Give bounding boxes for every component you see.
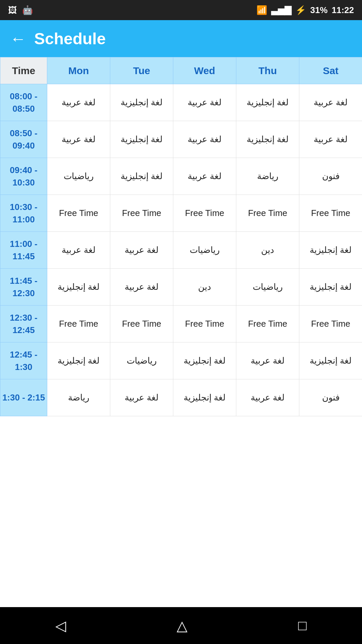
schedule-cell: رياضة <box>47 379 110 416</box>
schedule-cell: لغة عربية <box>173 84 236 121</box>
photo-icon: 🖼 <box>8 5 17 15</box>
schedule-cell: لغة إنجليزية <box>110 158 173 195</box>
time-cell: 10:30 - 11:00 <box>0 195 47 232</box>
status-left: 🖼 🤖 <box>8 5 33 15</box>
schedule-cell: لغة إنجليزية <box>299 269 362 306</box>
status-right: 📶 ▃▅▇ ⚡ 31% 11:22 <box>256 5 354 15</box>
schedule-cell: دين <box>236 232 299 269</box>
table-row: 12:45 - 1:30لغة إنجليزيةرياضياتلغة إنجلي… <box>0 342 362 379</box>
schedule-cell: لغة إنجليزية <box>173 342 236 379</box>
schedule-cell: لغة عربية <box>47 121 110 158</box>
time-cell: 08:50 - 09:40 <box>0 121 47 158</box>
schedule-cell: لغة إنجليزية <box>299 342 362 379</box>
status-bar: 🖼 🤖 📶 ▃▅▇ ⚡ 31% 11:22 <box>0 0 362 20</box>
home-nav-button[interactable]: △ <box>177 618 187 634</box>
table-row: 10:30 - 11:00Free TimeFree TimeFree Time… <box>0 195 362 232</box>
header-sat: Sat <box>299 57 362 84</box>
back-button[interactable]: ← <box>10 30 26 48</box>
schedule-cell: لغة إنجليزية <box>236 121 299 158</box>
time-cell: 11:45 - 12:30 <box>0 269 47 306</box>
table-row: 08:00 - 08:50لغة عربيةلغة إنجليزيةلغة عر… <box>0 84 362 121</box>
schedule-table: Time Mon Tue Wed Thu Sat 08:00 - 08:50لغ… <box>0 57 362 416</box>
schedule-cell: رياضيات <box>236 269 299 306</box>
time-cell: 11:00 - 11:45 <box>0 232 47 269</box>
schedule-cell: رياضيات <box>173 232 236 269</box>
schedule-cell: Free Time <box>173 195 236 232</box>
schedule-cell: Free Time <box>236 306 299 342</box>
clock: 11:22 <box>332 5 354 15</box>
schedule-cell: لغة إنجليزية <box>110 84 173 121</box>
recent-nav-button[interactable]: □ <box>298 618 307 634</box>
schedule-container: Time Mon Tue Wed Thu Sat 08:00 - 08:50لغ… <box>0 57 362 607</box>
schedule-cell: لغة عربية <box>47 232 110 269</box>
header-mon: Mon <box>47 57 110 84</box>
schedule-cell: Free Time <box>173 306 236 342</box>
time-cell: 1:30 - 2:15 <box>0 379 47 416</box>
table-header: Time Mon Tue Wed Thu Sat <box>0 57 362 84</box>
page-title: Schedule <box>34 30 106 48</box>
time-cell: 12:45 - 1:30 <box>0 342 47 379</box>
android-icon: 🤖 <box>22 5 33 15</box>
schedule-cell: لغة عربية <box>110 232 173 269</box>
table-row: 08:50 - 09:40لغة عربيةلغة إنجليزيةلغة عر… <box>0 121 362 158</box>
header-wed: Wed <box>173 57 236 84</box>
schedule-cell: رياضة <box>236 158 299 195</box>
schedule-cell: Free Time <box>299 306 362 342</box>
table-row: 12:30 - 12:45Free TimeFree TimeFree Time… <box>0 306 362 342</box>
schedule-cell: فنون <box>299 158 362 195</box>
schedule-cell: لغة عربية <box>173 121 236 158</box>
schedule-cell: رياضيات <box>47 158 110 195</box>
back-nav-button[interactable]: ◁ <box>55 618 66 634</box>
schedule-cell: لغة عربية <box>173 158 236 195</box>
header-thu: Thu <box>236 57 299 84</box>
schedule-cell: لغة إنجليزية <box>110 121 173 158</box>
schedule-cell: رياضيات <box>110 342 173 379</box>
table-row: 11:00 - 11:45لغة عربيةلغة عربيةرياضياتدي… <box>0 232 362 269</box>
schedule-cell: Free Time <box>110 195 173 232</box>
schedule-cell: Free Time <box>299 195 362 232</box>
schedule-cell: فنون <box>299 379 362 416</box>
battery-icon: ⚡ <box>295 5 306 15</box>
app-bar: ← Schedule <box>0 20 362 57</box>
signal-icon: ▃▅▇ <box>271 5 291 15</box>
schedule-cell: لغة عربية <box>299 84 362 121</box>
time-cell: 12:30 - 12:45 <box>0 306 47 342</box>
table-row: 09:40 - 10:30رياضياتلغة إنجليزيةلغة عربي… <box>0 158 362 195</box>
schedule-cell: Free Time <box>47 195 110 232</box>
table-row: 11:45 - 12:30لغة إنجليزيةلغة عربيةدينريا… <box>0 269 362 306</box>
schedule-cell: لغة إنجليزية <box>236 84 299 121</box>
schedule-cell: لغة إنجليزية <box>47 269 110 306</box>
battery-percent: 31% <box>310 5 327 15</box>
time-cell: 09:40 - 10:30 <box>0 158 47 195</box>
bottom-nav: ◁ △ □ <box>0 607 362 644</box>
wifi-icon: 📶 <box>256 5 267 15</box>
schedule-cell: لغة عربية <box>110 379 173 416</box>
schedule-cell: لغة عربية <box>47 84 110 121</box>
schedule-cell: دين <box>173 269 236 306</box>
schedule-cell: Free Time <box>236 195 299 232</box>
schedule-cell: لغة عربية <box>236 342 299 379</box>
schedule-cell: Free Time <box>110 306 173 342</box>
table-row: 1:30 - 2:15رياضةلغة عربيةلغة إنجليزيةلغة… <box>0 379 362 416</box>
header-tue: Tue <box>110 57 173 84</box>
schedule-cell: لغة عربية <box>236 379 299 416</box>
schedule-cell: لغة إنجليزية <box>47 342 110 379</box>
schedule-cell: لغة إنجليزية <box>299 232 362 269</box>
header-time: Time <box>0 57 47 84</box>
schedule-cell: لغة عربية <box>299 121 362 158</box>
table-body: 08:00 - 08:50لغة عربيةلغة إنجليزيةلغة عر… <box>0 84 362 416</box>
time-cell: 08:00 - 08:50 <box>0 84 47 121</box>
schedule-cell: Free Time <box>47 306 110 342</box>
schedule-cell: لغة عربية <box>110 269 173 306</box>
schedule-cell: لغة إنجليزية <box>173 379 236 416</box>
